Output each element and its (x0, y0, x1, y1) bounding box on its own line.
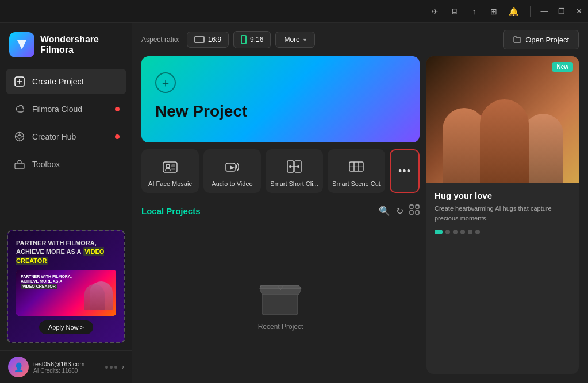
user-credits: AI Credits: 11680 (33, 367, 101, 374)
toolbar: Aspect ratio: 16:9 9:16 More ▾ Open Proj… (132, 23, 588, 56)
create-project-icon (14, 76, 25, 87)
user-email: test056@163.com (33, 361, 101, 367)
sidebar-item-creator-hub[interactable]: Creator Hub (6, 124, 126, 149)
ad-banner: PARTNER WITH FILMORA, ACHIEVE MORE AS A … (7, 230, 125, 343)
divider (530, 6, 531, 17)
svg-point-2 (18, 135, 21, 138)
dot-3 (453, 230, 458, 234)
ad-banner-text: PARTNER WITH FILMORA, ACHIEVE MORE AS A … (16, 239, 116, 265)
svg-rect-14 (410, 205, 413, 208)
aspect-9-16-button[interactable]: 9:16 (233, 31, 271, 48)
dot-6 (475, 230, 480, 234)
svg-rect-15 (416, 205, 419, 208)
dot1 (105, 366, 108, 369)
smart-short-clip-icon (285, 157, 303, 176)
empty-state-label: Recent Project (258, 323, 303, 331)
logo-icon (9, 32, 34, 57)
empty-box-icon (258, 278, 303, 316)
dot-2 (445, 230, 450, 234)
sidebar: Wondershare Filmora Create Project (0, 23, 132, 383)
sidebar-nav: Create Project Filmora Cloud (0, 69, 132, 177)
user-info: 👤 test056@163.com AI Credits: 11680 › (0, 350, 132, 383)
app-name: Wondershare (40, 34, 99, 45)
right-column: New Hug Your Love ♥ Hug your love Create… (426, 56, 579, 374)
ai-face-mosaic-button[interactable]: AI Face Mosaic (141, 149, 199, 193)
dot2 (110, 366, 113, 369)
svg-rect-17 (416, 211, 419, 214)
user-expand-arrow[interactable]: › (122, 363, 124, 371)
local-projects-title: Local Projects (141, 206, 201, 216)
aspect-16-9-button[interactable]: 16:9 (187, 32, 229, 48)
dot-1 (435, 230, 443, 234)
new-project-plus-icon: ＋ (155, 72, 176, 93)
featured-image: New Hug Your Love ♥ (426, 56, 579, 183)
left-column: ＋ New Project (141, 56, 420, 374)
svg-rect-18 (262, 293, 298, 315)
user-details: test056@163.com AI Credits: 11680 (33, 361, 101, 374)
featured-description: Create heartwarming AI hugs that capture… (435, 204, 571, 223)
quick-actions: AI Face Mosaic Audio to Video (141, 149, 420, 193)
content-area: ＋ New Project (132, 56, 588, 383)
dot-4 (460, 230, 465, 234)
audio-to-video-button[interactable]: Audio to Video (203, 149, 261, 193)
smart-scene-cut-icon (347, 157, 366, 176)
filmora-cloud-icon (14, 103, 25, 115)
search-icon[interactable]: 🔍 (379, 206, 390, 216)
more-aspect-button[interactable]: More ▾ (275, 32, 314, 48)
local-projects-actions: 🔍 ↻ (379, 204, 420, 217)
dot3 (114, 366, 117, 369)
app-logo: Wondershare Filmora (0, 23, 132, 69)
filmora-cloud-notification-dot (115, 107, 120, 111)
more-dots-icon: ••• (398, 165, 411, 177)
more-quick-actions-button[interactable]: ••• (390, 149, 420, 193)
more-chevron-icon: ▾ (303, 37, 306, 43)
creator-hub-icon (14, 131, 25, 142)
featured-pagination-dots (435, 230, 571, 234)
close-button[interactable]: ✕ (574, 7, 583, 16)
featured-title: Hug your love (435, 191, 571, 200)
open-project-button[interactable]: Open Project (503, 30, 579, 49)
new-project-label: New Project (155, 102, 406, 121)
ad-banner-image: PARTNER WITH FILMORA,ACHIEVE MORE AS AVI… (16, 270, 116, 316)
sidebar-label-creator-hub: Creator Hub (32, 132, 76, 141)
title-bar-icons: ✈ 🖥 ↑ ⊞ 🔔 (430, 6, 533, 17)
minimize-button[interactable]: — (540, 7, 549, 16)
local-projects-section: Local Projects 🔍 ↻ (141, 200, 420, 374)
logo-text: Wondershare Filmora (40, 34, 99, 55)
sidebar-item-filmora-cloud[interactable]: Filmora Cloud (6, 96, 126, 122)
bell-icon[interactable]: 🔔 (508, 6, 518, 17)
maximize-button[interactable]: ❐ (557, 7, 566, 16)
new-project-card[interactable]: ＋ New Project (141, 56, 420, 142)
title-bar: ✈ 🖥 ↑ ⊞ 🔔 — ❐ ✕ (0, 0, 588, 23)
smart-short-clip-label: Smart Short Cli... (270, 180, 318, 187)
featured-content: Hug your love Create heartwarming AI hug… (426, 183, 579, 242)
smart-scene-cut-button[interactable]: Smart Scene Cut (328, 149, 385, 193)
refresh-icon[interactable]: ↻ (396, 206, 403, 216)
view-toggle-icon[interactable] (409, 204, 420, 217)
svg-point-5 (166, 164, 170, 168)
svg-rect-6 (171, 164, 175, 167)
local-projects-header: Local Projects 🔍 ↻ (141, 200, 420, 224)
aspect-ratio-label: Aspect ratio: (141, 36, 180, 44)
svg-rect-7 (171, 168, 175, 170)
sidebar-item-toolbox[interactable]: Toolbox (6, 152, 126, 177)
svg-point-12 (297, 165, 299, 168)
app-subtitle: Filmora (40, 45, 99, 55)
user-status-dots (105, 366, 117, 369)
audio-to-video-label: Audio to Video (212, 180, 252, 187)
audio-to-video-icon (223, 157, 241, 176)
smart-short-clip-button[interactable]: Smart Short Cli... (266, 149, 323, 193)
airplane-icon[interactable]: ✈ (430, 6, 440, 17)
sidebar-label-create-project: Create Project (32, 77, 83, 86)
grid-icon[interactable]: ⊞ (489, 6, 499, 17)
16-9-icon (194, 36, 205, 43)
app-body: Wondershare Filmora Create Project (0, 23, 588, 383)
svg-rect-16 (410, 211, 413, 214)
ad-apply-button[interactable]: Apply Now > (39, 320, 93, 334)
upload-icon[interactable]: ↑ (469, 6, 479, 17)
featured-card[interactable]: New Hug Your Love ♥ Hug your love Create… (426, 56, 579, 374)
monitor-icon[interactable]: 🖥 (449, 6, 460, 17)
sidebar-item-create-project[interactable]: Create Project (6, 69, 126, 94)
sidebar-label-filmora-cloud: Filmora Cloud (32, 105, 82, 114)
empty-state: Recent Project (141, 224, 420, 374)
